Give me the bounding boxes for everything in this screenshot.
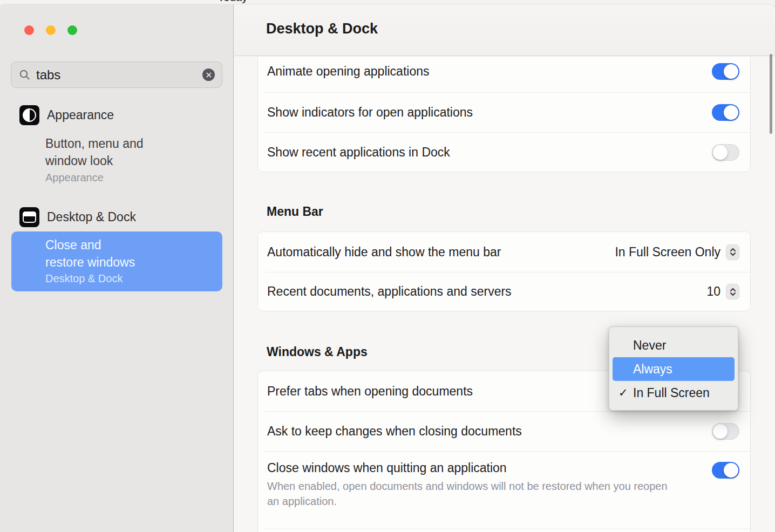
row-description: When enabled, open documents and windows… <box>267 479 669 509</box>
search-result-button-menu-window-look[interactable]: Button, menu and window look Appearance <box>45 135 186 185</box>
settings-row: Show recent applications in Dock <box>258 132 750 172</box>
row-text-block: Close windows when quitting an applicati… <box>267 461 669 509</box>
result-title: Close and restore windows <box>45 236 141 271</box>
result-subtitle: Appearance <box>45 170 186 185</box>
dock-settings-card: Animate opening applications Show indica… <box>257 57 751 172</box>
settings-content: Animate opening applications Show indica… <box>234 57 775 532</box>
show-recent-applications-toggle[interactable] <box>712 144 739 161</box>
menu-item-label: Always <box>633 362 672 377</box>
clear-search-button[interactable] <box>202 69 215 81</box>
row-label: Ask to keep changes when closing documen… <box>267 424 522 439</box>
settings-row: Ask to keep changes when closing documen… <box>258 411 750 451</box>
sidebar-group-desktop-dock[interactable]: Desktop & Dock <box>19 207 136 227</box>
main-pane: Desktop & Dock Animate opening applicati… <box>234 4 775 532</box>
result-subtitle: Desktop & Dock <box>45 271 212 285</box>
row-label: Animate opening applications <box>267 64 429 79</box>
background-tab-label: Today <box>218 0 248 4</box>
search-input[interactable] <box>36 67 202 83</box>
search-result-close-restore-windows-selected[interactable]: Close and restore windows Desktop & Dock <box>11 231 222 291</box>
menu-bar-visibility-select[interactable]: In Full Screen Only <box>615 244 739 260</box>
minimize-window-button[interactable] <box>46 25 56 35</box>
settings-row: Close windows when quitting an applicati… <box>258 451 750 529</box>
toggle-knob <box>713 145 728 160</box>
settings-row: Show indicators for open applications <box>258 92 750 132</box>
x-icon <box>206 72 212 78</box>
close-windows-when-quitting-toggle[interactable] <box>712 462 739 479</box>
settings-row: Recent documents, applications and serve… <box>258 272 750 311</box>
checkmark-icon: ✓ <box>618 386 628 399</box>
stepper-value: 10 <box>706 284 720 299</box>
page-title: Desktop & Dock <box>266 21 378 37</box>
row-label: Prefer tabs when opening documents <box>267 384 473 399</box>
windows-apps-heading: Windows & Apps <box>267 345 368 359</box>
appearance-icon <box>19 105 39 125</box>
show-indicators-toggle[interactable] <box>712 104 739 121</box>
toggle-knob <box>713 424 728 439</box>
background-window-strip: Today <box>0 0 775 4</box>
ask-to-keep-changes-toggle[interactable] <box>712 423 739 440</box>
row-label: Close windows when quitting an applicati… <box>267 461 669 475</box>
settings-row: Automatically hide and show the menu bar… <box>258 232 750 272</box>
toggle-knob <box>724 463 738 478</box>
settings-row <box>258 529 750 532</box>
row-label: Show recent applications in Dock <box>267 145 450 160</box>
prefer-tabs-popup-menu: Never Always ✓ In Full Screen <box>609 326 738 411</box>
zoom-window-button[interactable] <box>67 25 77 35</box>
menu-item-in-full-screen[interactable]: ✓ In Full Screen <box>613 381 735 405</box>
menu-item-always[interactable]: Always <box>613 357 735 381</box>
animate-opening-applications-toggle[interactable] <box>712 63 739 80</box>
menu-item-label: In Full Screen <box>633 386 710 400</box>
traffic-lights <box>24 25 77 35</box>
scrollbar-thumb[interactable] <box>770 54 772 134</box>
menu-item-never[interactable]: Never <box>613 333 735 357</box>
group-label: Appearance <box>47 108 114 122</box>
sidebar-group-appearance[interactable]: Appearance <box>19 105 114 125</box>
search-field[interactable] <box>11 62 222 88</box>
menu-bar-heading: Menu Bar <box>267 204 323 219</box>
stepper-chevrons-icon <box>726 284 739 299</box>
menu-bar-card: Automatically hide and show the menu bar… <box>257 231 751 311</box>
row-label: Recent documents, applications and serve… <box>267 284 512 299</box>
desktop-dock-icon <box>19 207 39 227</box>
row-label: Show indicators for open applications <box>267 105 473 120</box>
search-icon <box>19 69 31 81</box>
settings-row: Animate opening applications <box>258 57 750 92</box>
recent-documents-stepper[interactable]: 10 <box>706 284 739 299</box>
row-label: Automatically hide and show the menu bar <box>267 245 501 260</box>
select-value: In Full Screen Only <box>615 245 720 260</box>
result-title: Button, menu and window look <box>45 135 186 169</box>
group-label: Desktop & Dock <box>47 210 136 224</box>
toggle-knob <box>724 105 738 120</box>
toggle-knob <box>724 64 738 79</box>
menu-item-label: Never <box>633 338 666 353</box>
close-window-button[interactable] <box>24 25 34 35</box>
pane-header: Desktop & Dock <box>234 4 775 56</box>
sidebar: Appearance Button, menu and window look … <box>0 4 234 532</box>
system-settings-window: Appearance Button, menu and window look … <box>0 4 775 532</box>
stepper-chevrons-icon <box>726 244 739 260</box>
